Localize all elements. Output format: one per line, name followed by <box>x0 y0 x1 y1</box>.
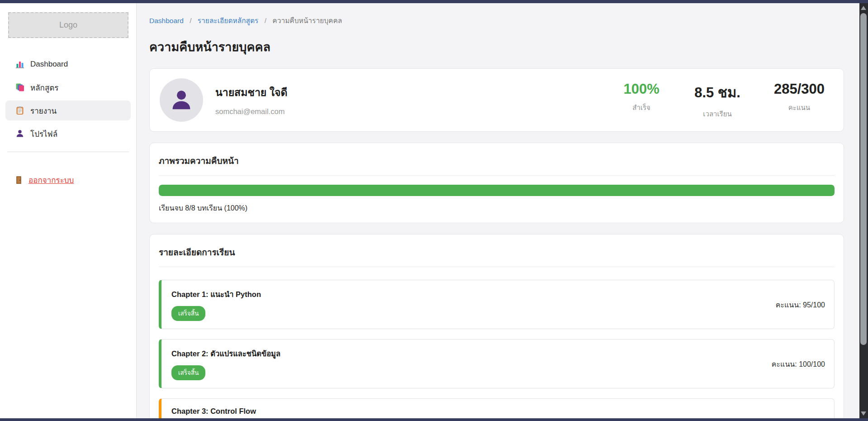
section-divider <box>159 175 835 176</box>
student-identity: นายสมชาย ใจดี somchai@email.com <box>160 78 287 122</box>
stat-score: 285/300 คะแนน <box>774 81 825 120</box>
chapter-title: Chapter 3: Control Flow <box>171 407 825 416</box>
progress-overview-card: ภาพรวมความคืบหน้า เรียนจบ 8/8 บทเรียน (1… <box>149 143 844 223</box>
sidebar-item-label: โปรไฟล์ <box>30 128 57 140</box>
sidebar-item-reports[interactable]: รายงาน <box>5 100 131 120</box>
progress-caption: เรียนจบ 8/8 บทเรียน (100%) <box>159 202 835 214</box>
sidebar-item-label: รายงาน <box>30 105 57 117</box>
chapter-title: Chapter 2: ตัวแปรและชนิดข้อมูล <box>171 348 825 359</box>
door-icon <box>14 176 24 185</box>
breadcrumb-course-detail-link[interactable]: รายละเอียดหลักสูตร <box>198 17 259 24</box>
page-title: ความคืบหน้ารายบุคคล <box>149 37 844 57</box>
chapter-score: คะแนน: 95/100 <box>776 299 825 310</box>
breadcrumb-separator: / <box>190 17 191 24</box>
progress-bar-fill <box>159 185 835 196</box>
breadcrumb-separator: / <box>265 17 266 24</box>
section-divider <box>159 267 835 267</box>
bar-chart-icon <box>15 60 24 69</box>
student-email: somchai@email.com <box>215 107 287 116</box>
sidebar: Logo Dashboard หลักสูตร <box>0 3 137 418</box>
logout-link[interactable]: ออกจากระบบ <box>14 174 74 186</box>
stat-value: 100% <box>622 81 661 97</box>
stat-value: 8.5 ชม. <box>694 81 740 104</box>
person-icon <box>169 88 194 112</box>
scrollbar-thumb[interactable] <box>860 13 867 345</box>
stat-label: เวลาเรียน <box>694 109 740 120</box>
student-summary-card: นายสมชาย ใจดี somchai@email.com 100% สำเ… <box>149 68 844 132</box>
student-stats: 100% สำเร็จ 8.5 ชม. เวลาเรียน 285/300 คะ… <box>622 81 825 120</box>
chapter-card-1: Chapter 1: แนะนำ Python เสร็จสิ้น คะแนน:… <box>159 280 835 329</box>
chapter-title: Chapter 1: แนะนำ Python <box>171 288 825 300</box>
chapter-card-2: Chapter 2: ตัวแปรและชนิดข้อมูล เสร็จสิ้น… <box>159 339 835 388</box>
breadcrumb: Dashboard / รายละเอียดหลักสูตร / ความคืบ… <box>149 15 844 26</box>
sidebar-nav: Dashboard หลักสูตร <box>0 54 136 144</box>
browser-bottom-edge <box>0 418 868 421</box>
chapter-list: Chapter 1: แนะนำ Python เสร็จสิ้น คะแนน:… <box>159 280 835 418</box>
vertical-scrollbar[interactable] <box>859 3 868 418</box>
books-icon <box>15 83 24 92</box>
breadcrumb-dashboard-link[interactable]: Dashboard <box>149 17 184 24</box>
status-badge: เสร็จสิ้น <box>171 365 205 380</box>
status-badge: เสร็จสิ้น <box>171 306 205 321</box>
breadcrumb-current: ความคืบหน้ารายบุคคล <box>272 17 342 24</box>
sidebar-item-dashboard[interactable]: Dashboard <box>5 54 131 74</box>
logo-placeholder: Logo <box>8 12 128 38</box>
sidebar-item-courses[interactable]: หลักสูตร <box>5 77 131 97</box>
chapter-score: คะแนน: 100/100 <box>772 358 825 369</box>
progress-bar <box>159 185 835 196</box>
chapter-card-3: Chapter 3: Control Flow กำลังเรียน คะแนน… <box>159 398 835 418</box>
sidebar-divider <box>7 152 129 152</box>
stat-label: คะแนน <box>774 102 825 113</box>
browser-top-edge <box>0 0 868 3</box>
scroll-down-arrow-icon[interactable] <box>861 411 866 416</box>
logo-text: Logo <box>59 20 77 30</box>
learning-details-card: รายละเอียดการเรียน Chapter 1: แนะนำ Pyth… <box>149 234 844 418</box>
sidebar-item-label: Dashboard <box>30 60 68 69</box>
person-icon <box>15 129 24 138</box>
sidebar-item-profile[interactable]: โปรไฟล์ <box>5 124 131 144</box>
overview-title: ภาพรวมความคืบหน้า <box>159 154 835 167</box>
clipboard-icon <box>15 106 24 115</box>
stat-completion: 100% สำเร็จ <box>622 81 661 120</box>
student-name: นายสมชาย ใจดี <box>215 84 287 100</box>
stat-value: 285/300 <box>774 81 825 97</box>
main-content: Dashboard / รายละเอียดหลักสูตร / ความคืบ… <box>137 3 859 418</box>
stat-label: สำเร็จ <box>622 102 661 113</box>
scroll-up-arrow-icon[interactable] <box>861 6 866 10</box>
sidebar-item-label: หลักสูตร <box>30 81 58 94</box>
avatar <box>160 78 203 122</box>
logout-label: ออกจากระบบ <box>28 174 74 186</box>
details-title: รายละเอียดการเรียน <box>159 245 835 259</box>
stat-study-time: 8.5 ชม. เวลาเรียน <box>694 81 740 120</box>
